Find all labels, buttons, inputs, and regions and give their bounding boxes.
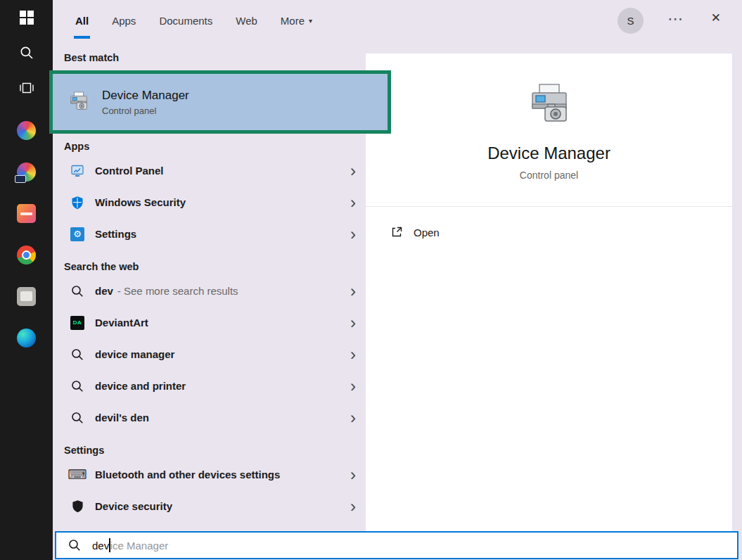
control-panel-icon xyxy=(70,164,84,178)
result-label: Control Panel xyxy=(95,165,164,177)
device-manager-icon xyxy=(67,91,91,113)
taskbar-app-microsoft-365[interactable] xyxy=(0,151,53,193)
result-control-panel[interactable]: Control Panel › xyxy=(53,155,366,186)
annotation-highlight-box: Device Manager Control panel xyxy=(49,70,391,134)
taskbar-app-office[interactable] xyxy=(0,110,53,151)
windows-security-shield-icon xyxy=(70,196,84,210)
search-icon xyxy=(19,45,34,61)
taskbar-app-orange[interactable] xyxy=(0,193,53,234)
close-icon[interactable]: ✕ xyxy=(711,12,721,24)
result-label: devil's den xyxy=(95,412,149,424)
section-best-match: Best match xyxy=(53,49,366,66)
microsoft-365-icon xyxy=(17,163,36,182)
preview-subtitle: Control panel xyxy=(520,170,578,181)
taskbar-app-photos[interactable] xyxy=(0,276,53,317)
search-input[interactable]: dev ice Manager xyxy=(55,531,738,559)
result-device-security[interactable]: Device security › xyxy=(53,490,366,522)
section-settings: Settings xyxy=(53,442,366,459)
start-button[interactable] xyxy=(0,0,53,35)
result-label: Device security xyxy=(95,500,172,512)
search-header: All Apps Documents Web More ▾ S ⋯ ✕ xyxy=(53,0,742,41)
edge-icon xyxy=(17,329,36,348)
best-match-result[interactable]: Device Manager Control panel xyxy=(53,74,388,130)
open-icon xyxy=(390,225,404,239)
search-icon xyxy=(68,538,82,552)
more-options-icon[interactable]: ⋯ xyxy=(667,11,683,27)
result-label: Bluetooth and other devices settings xyxy=(95,469,280,481)
tab-label: All xyxy=(75,15,89,27)
result-label: DeviantArt xyxy=(95,317,148,329)
result-bluetooth-devices-settings[interactable]: ⌨ Bluetooth and other devices settings › xyxy=(53,459,366,490)
tab-label: Web xyxy=(236,15,257,27)
result-note: - See more search results xyxy=(117,285,238,297)
search-icon xyxy=(70,284,84,298)
tab-documents[interactable]: Documents xyxy=(159,0,212,41)
devices-keyboard-icon: ⌨ xyxy=(68,468,87,481)
user-avatar[interactable]: S xyxy=(618,8,644,34)
preview-panel: Device Manager Control panel Open xyxy=(366,53,732,531)
tab-all[interactable]: All xyxy=(75,0,89,41)
chevron-right-icon[interactable]: › xyxy=(350,282,356,299)
device-manager-icon-large xyxy=(523,83,575,128)
open-action[interactable]: Open xyxy=(366,225,732,239)
results-panel: Best match Device Manager Control panel … xyxy=(53,41,366,560)
avatar-initial: S xyxy=(627,15,634,27)
deviantart-icon: DA xyxy=(70,316,84,330)
task-view-button[interactable] xyxy=(0,70,53,106)
taskbar-app-chrome[interactable] xyxy=(0,234,53,276)
open-label: Open xyxy=(414,227,440,238)
tab-more[interactable]: More ▾ xyxy=(281,0,312,41)
settings-gear-icon: ⚙ xyxy=(70,227,84,241)
search-icon xyxy=(70,411,84,425)
chevron-right-icon[interactable]: › xyxy=(350,162,356,179)
tab-label: Documents xyxy=(159,15,212,27)
result-web-devils-den[interactable]: devil's den › xyxy=(53,402,366,433)
preview-title: Device Manager xyxy=(487,144,610,163)
tab-web[interactable]: Web xyxy=(236,0,257,41)
chevron-right-icon[interactable]: › xyxy=(350,225,356,242)
search-suggestion-text: ice Manager xyxy=(110,540,169,552)
tab-label: More xyxy=(281,15,305,27)
orange-app-icon xyxy=(17,204,36,223)
tab-label: Apps xyxy=(112,15,136,27)
chrome-icon xyxy=(17,246,36,265)
search-typed-text: dev xyxy=(92,540,109,552)
dropdown-arrow-icon: ▾ xyxy=(309,17,312,25)
result-deviantart[interactable]: DA DeviantArt › xyxy=(53,307,366,338)
tab-apps[interactable]: Apps xyxy=(112,0,136,41)
search-icon xyxy=(70,379,84,393)
result-label: device manager xyxy=(95,348,174,360)
chevron-right-icon[interactable]: › xyxy=(350,466,356,483)
result-label: Windows Security xyxy=(95,196,186,208)
result-title: Device Manager xyxy=(102,89,189,103)
device-security-shield-icon xyxy=(71,499,84,513)
best-match-text: Device Manager Control panel xyxy=(102,89,189,116)
result-label: dev xyxy=(95,285,113,297)
result-label: Settings xyxy=(95,228,136,240)
divider xyxy=(366,206,732,207)
chevron-right-icon[interactable]: › xyxy=(350,345,356,362)
taskbar-app-edge[interactable] xyxy=(0,317,53,359)
windows-logo-icon xyxy=(20,11,34,25)
section-search-web: Search the web xyxy=(53,258,366,275)
chevron-right-icon[interactable]: › xyxy=(350,377,356,394)
result-web-device-manager[interactable]: device manager › xyxy=(53,338,366,370)
chevron-right-icon[interactable]: › xyxy=(350,409,356,426)
taskbar-search-button[interactable] xyxy=(0,35,53,70)
section-apps: Apps xyxy=(53,138,366,155)
photos-icon xyxy=(17,287,36,306)
chevron-right-icon[interactable]: › xyxy=(350,314,356,331)
result-web-device-and-printer[interactable]: device and printer › xyxy=(53,370,366,402)
result-label: device and printer xyxy=(95,380,186,392)
office-icon xyxy=(17,121,36,140)
result-web-dev[interactable]: dev - See more search results › xyxy=(53,275,366,307)
chevron-right-icon[interactable]: › xyxy=(350,193,356,210)
result-windows-security[interactable]: Windows Security › xyxy=(53,186,366,218)
result-settings[interactable]: ⚙ Settings › xyxy=(53,218,366,250)
taskbar xyxy=(0,0,53,560)
chevron-right-icon[interactable]: › xyxy=(350,497,356,514)
search-icon xyxy=(70,348,84,362)
task-view-icon xyxy=(18,80,35,96)
result-subtitle: Control panel xyxy=(102,106,189,116)
